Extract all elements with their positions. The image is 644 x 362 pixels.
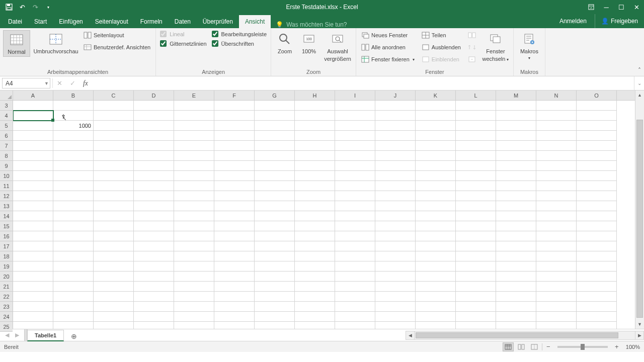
formula-input[interactable] — [92, 76, 634, 90]
cell-C3[interactable] — [94, 101, 134, 111]
cell-K20[interactable] — [416, 272, 456, 282]
cell-B6[interactable] — [53, 131, 94, 141]
cell-K13[interactable] — [416, 201, 456, 211]
cell-B24[interactable] — [53, 312, 94, 322]
cell-A16[interactable] — [13, 231, 53, 241]
cell-O20[interactable] — [577, 272, 617, 282]
cell-J5[interactable] — [375, 121, 416, 131]
normal-view-statusbtn[interactable] — [503, 342, 514, 351]
cell-C9[interactable] — [94, 161, 134, 171]
cell-D25[interactable] — [134, 322, 174, 329]
cell-O9[interactable] — [577, 161, 617, 171]
cell-M14[interactable] — [496, 211, 536, 221]
cell-I20[interactable] — [335, 272, 375, 282]
row-header[interactable]: 18 — [0, 251, 13, 261]
row-header[interactable]: 8 — [0, 151, 13, 161]
cell-D23[interactable] — [134, 302, 174, 312]
cell-A10[interactable] — [13, 171, 53, 181]
cell-I7[interactable] — [335, 141, 375, 151]
cell-E12[interactable] — [174, 191, 214, 201]
cell-F23[interactable] — [214, 302, 255, 312]
cell-O23[interactable] — [577, 302, 617, 312]
cell-E18[interactable] — [174, 251, 214, 261]
cell-K12[interactable] — [416, 191, 456, 201]
cell-O16[interactable] — [577, 231, 617, 241]
cell-A4[interactable] — [13, 111, 53, 121]
cell-K24[interactable] — [416, 312, 456, 322]
name-box-dropdown-icon[interactable]: ▼ — [44, 81, 49, 86]
cell-E6[interactable] — [174, 131, 214, 141]
cell-J11[interactable] — [375, 181, 416, 191]
cell-M6[interactable] — [496, 131, 536, 141]
cell-G15[interactable] — [255, 221, 295, 231]
cell-L10[interactable] — [456, 171, 496, 181]
row-header[interactable]: 23 — [0, 302, 13, 312]
cell-A6[interactable] — [13, 131, 53, 141]
cell-A18[interactable] — [13, 251, 53, 261]
cell-H7[interactable] — [295, 141, 335, 151]
cell-N4[interactable] — [536, 111, 577, 121]
cell-O7[interactable] — [577, 141, 617, 151]
cell-J24[interactable] — [375, 312, 416, 322]
scroll-track[interactable] — [635, 100, 644, 320]
minimize-icon[interactable]: ─ — [599, 0, 614, 14]
tab-review[interactable]: Überprüfen — [197, 15, 239, 28]
cell-B18[interactable] — [53, 251, 94, 261]
cell-F25[interactable] — [214, 322, 255, 329]
cell-E11[interactable] — [174, 181, 214, 191]
cell-C16[interactable] — [94, 231, 134, 241]
cell-G9[interactable] — [255, 161, 295, 171]
cell-A3[interactable] — [13, 101, 53, 111]
row-header[interactable]: 6 — [0, 131, 13, 141]
tab-pagelayout[interactable]: Seitenlayout — [89, 15, 134, 28]
pagelayout-statusbtn[interactable] — [516, 342, 527, 351]
cell-N24[interactable] — [536, 312, 577, 322]
cell-C7[interactable] — [94, 141, 134, 151]
cell-C19[interactable] — [94, 261, 134, 272]
cell-K5[interactable] — [416, 121, 456, 131]
cell-C24[interactable] — [94, 312, 134, 322]
cell-B19[interactable] — [53, 261, 94, 272]
cell-H11[interactable] — [295, 181, 335, 191]
cell-D22[interactable] — [134, 292, 174, 302]
cell-F20[interactable] — [214, 272, 255, 282]
cell-N14[interactable] — [536, 211, 577, 221]
cell-N6[interactable] — [536, 131, 577, 141]
column-header[interactable]: B — [53, 90, 94, 100]
column-header[interactable]: N — [536, 90, 577, 100]
cell-G11[interactable] — [255, 181, 295, 191]
cell-C11[interactable] — [94, 181, 134, 191]
cell-G22[interactable] — [255, 292, 295, 302]
cell-C8[interactable] — [94, 151, 134, 161]
cell-N15[interactable] — [536, 221, 577, 231]
cell-F16[interactable] — [214, 231, 255, 241]
cell-F8[interactable] — [214, 151, 255, 161]
cell-B10[interactable] — [53, 171, 94, 181]
row-header[interactable]: 5 — [0, 121, 13, 131]
cell-B16[interactable] — [53, 231, 94, 241]
row-header[interactable]: 16 — [0, 231, 13, 241]
cell-L19[interactable] — [456, 261, 496, 272]
zoom-slider-knob[interactable] — [581, 344, 585, 350]
column-header[interactable]: O — [577, 90, 617, 100]
cell-M7[interactable] — [496, 141, 536, 151]
cell-C18[interactable] — [94, 251, 134, 261]
cell-O17[interactable] — [577, 241, 617, 251]
cell-O21[interactable] — [577, 282, 617, 292]
cell-M12[interactable] — [496, 191, 536, 201]
cell-G21[interactable] — [255, 282, 295, 292]
zoom-slider[interactable] — [557, 346, 608, 348]
cell-K4[interactable] — [416, 111, 456, 121]
cell-C12[interactable] — [94, 191, 134, 201]
cell-M3[interactable] — [496, 101, 536, 111]
cell-F12[interactable] — [214, 191, 255, 201]
cell-C20[interactable] — [94, 272, 134, 282]
cell-B11[interactable] — [53, 181, 94, 191]
row-header[interactable]: 12 — [0, 191, 13, 201]
cell-N22[interactable] — [536, 292, 577, 302]
cell-J23[interactable] — [375, 302, 416, 312]
cell-D18[interactable] — [134, 251, 174, 261]
cell-B20[interactable] — [53, 272, 94, 282]
cell-F4[interactable] — [214, 111, 255, 121]
cell-K8[interactable] — [416, 151, 456, 161]
